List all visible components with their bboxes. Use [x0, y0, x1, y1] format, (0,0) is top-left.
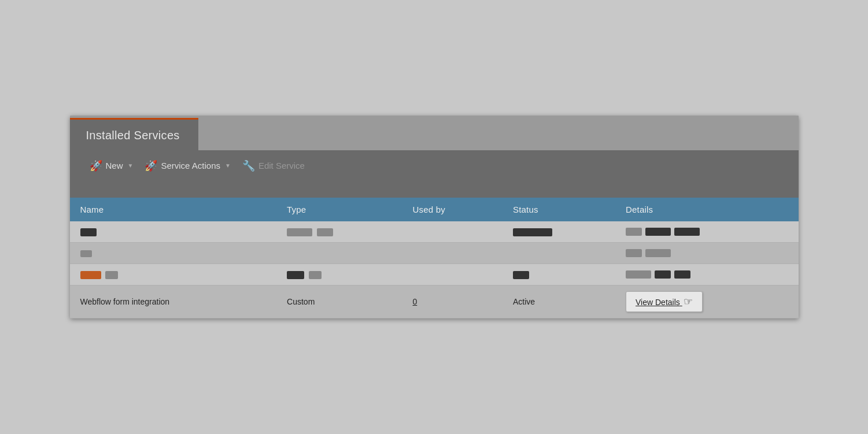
cell-type-2	[276, 243, 402, 264]
table-row	[70, 243, 799, 264]
col-details: Details	[615, 198, 798, 221]
table-wrapper: Name Type Used by Status Details	[70, 198, 799, 319]
new-dropdown-arrow: ▼	[128, 162, 134, 169]
cell-type-1	[276, 221, 402, 243]
new-icon: 🚀	[90, 159, 102, 172]
redact-block	[80, 228, 97, 236]
table-row	[70, 264, 799, 285]
redact-block	[80, 250, 92, 257]
table-row: Webflow form integration Custom 0 Active…	[70, 285, 799, 318]
cell-status-4: Active	[503, 285, 615, 318]
cell-usedby-1	[402, 221, 503, 243]
col-name: Name	[70, 198, 277, 221]
cell-usedby-2	[402, 243, 503, 264]
col-status: Status	[503, 198, 615, 221]
cell-usedby-4: 0	[402, 285, 503, 318]
redact-block	[645, 249, 671, 257]
tab-label: Installed Services	[86, 129, 180, 142]
redact-block	[674, 270, 690, 279]
service-status: Active	[513, 297, 535, 306]
service-actions-icon: 🚀	[145, 159, 157, 172]
cell-name-3	[70, 264, 277, 285]
service-actions-button[interactable]: 🚀 Service Actions ▼	[141, 157, 234, 175]
service-actions-label: Service Actions	[161, 161, 220, 170]
cell-status-2	[503, 243, 615, 264]
toolbar: 🚀 New ▼ 🚀 Service Actions ▼ 🔧 Edit Servi…	[70, 150, 799, 198]
redact-block	[309, 271, 322, 279]
cell-details-3	[615, 264, 798, 285]
cell-type-3	[276, 264, 402, 285]
edit-service-label: Edit Service	[258, 161, 305, 170]
cell-name-2	[70, 243, 277, 264]
redact-block	[645, 228, 671, 236]
service-actions-dropdown-arrow: ▼	[225, 162, 231, 169]
redact-block	[513, 228, 552, 236]
redact-block	[626, 270, 651, 279]
installed-services-tab[interactable]: Installed Services	[70, 118, 198, 150]
redact-block	[287, 271, 304, 279]
col-used-by: Used by	[402, 198, 503, 221]
cell-details-4: View Details ☞	[615, 285, 798, 318]
details-cell	[626, 249, 788, 257]
redact-block	[80, 271, 101, 279]
cell-details-1	[615, 221, 798, 243]
cell-type-4: Custom	[276, 285, 402, 318]
col-type: Type	[276, 198, 402, 221]
edit-service-icon: 🔧	[242, 159, 255, 172]
new-button[interactable]: 🚀 New ▼	[86, 157, 137, 175]
service-used-by: 0	[413, 297, 418, 306]
cell-name-4: Webflow form integration	[70, 285, 277, 318]
redact-block	[287, 228, 312, 236]
view-details-label: View Details	[636, 298, 680, 307]
details-cell	[626, 270, 788, 279]
redact-block	[105, 271, 118, 279]
edit-service-button[interactable]: 🔧 Edit Service	[239, 157, 308, 175]
details-cell	[626, 228, 788, 236]
service-name: Webflow form integration	[80, 297, 170, 306]
view-details-button[interactable]: View Details ☞	[626, 291, 703, 312]
table-row	[70, 221, 799, 243]
tab-filler	[198, 119, 799, 150]
redact-block	[626, 228, 642, 236]
services-table: Name Type Used by Status Details	[70, 198, 799, 319]
redact-block	[674, 228, 700, 236]
redact-block	[626, 249, 642, 257]
redact-block	[317, 228, 333, 236]
cell-details-2	[615, 243, 798, 264]
cell-usedby-3	[402, 264, 503, 285]
cell-status-3	[503, 264, 615, 285]
table-header-row: Name Type Used by Status Details	[70, 198, 799, 221]
cell-name-1	[70, 221, 277, 243]
service-type: Custom	[287, 297, 315, 306]
cell-status-1	[503, 221, 615, 243]
tab-bar: Installed Services	[70, 116, 799, 150]
main-container: Installed Services 🚀 New ▼ 🚀 Service Act…	[70, 116, 799, 319]
cursor-icon: ☞	[684, 295, 693, 308]
redact-block	[513, 271, 529, 279]
redact-block	[655, 270, 671, 279]
new-label: New	[106, 161, 123, 170]
